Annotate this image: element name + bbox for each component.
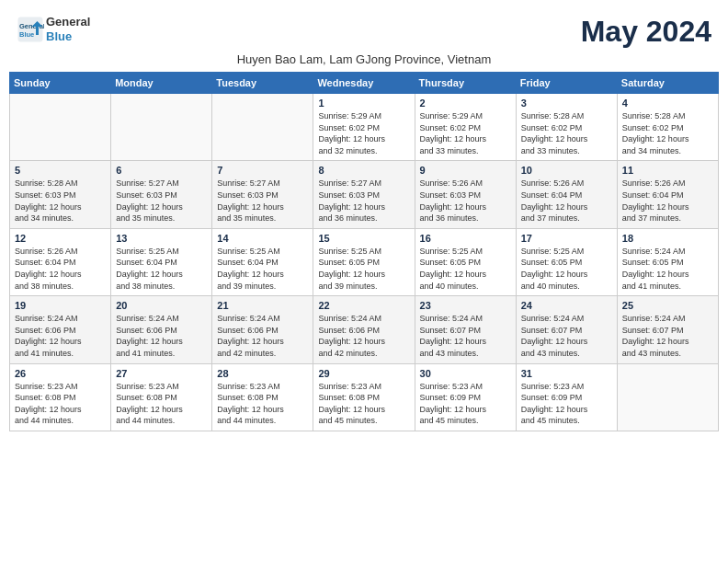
weekday-header-tuesday: Tuesday	[212, 73, 313, 94]
day-info: Sunrise: 5:26 AM Sunset: 6:04 PM Dayligh…	[521, 178, 612, 224]
day-number: 9	[420, 165, 511, 176]
day-number: 13	[116, 233, 207, 244]
day-info: Sunrise: 5:23 AM Sunset: 6:08 PM Dayligh…	[318, 381, 409, 427]
calendar-cell: 2Sunrise: 5:29 AM Sunset: 6:02 PM Daylig…	[415, 94, 516, 161]
page-header: General Blue General Blue May 2024	[9, 9, 719, 49]
logo-icon: General Blue	[17, 16, 44, 43]
day-number: 1	[318, 98, 409, 109]
calendar-cell: 13Sunrise: 5:25 AM Sunset: 6:04 PM Dayli…	[111, 228, 212, 295]
calendar-cell: 3Sunrise: 5:28 AM Sunset: 6:02 PM Daylig…	[516, 94, 617, 161]
title-section: May 2024	[581, 15, 711, 49]
day-info: Sunrise: 5:24 AM Sunset: 6:06 PM Dayligh…	[217, 313, 308, 359]
day-number: 8	[318, 165, 409, 176]
logo: General Blue General Blue	[17, 15, 90, 43]
day-number: 21	[217, 300, 308, 311]
calendar-cell: 5Sunrise: 5:28 AM Sunset: 6:03 PM Daylig…	[10, 161, 111, 228]
day-info: Sunrise: 5:25 AM Sunset: 6:05 PM Dayligh…	[521, 246, 612, 292]
day-number: 26	[15, 368, 106, 379]
calendar-table: SundayMondayTuesdayWednesdayThursdayFrid…	[9, 72, 719, 431]
calendar-cell: 22Sunrise: 5:24 AM Sunset: 6:06 PM Dayli…	[313, 296, 415, 363]
day-info: Sunrise: 5:26 AM Sunset: 6:03 PM Dayligh…	[420, 178, 511, 224]
day-info: Sunrise: 5:28 AM Sunset: 6:02 PM Dayligh…	[622, 110, 713, 156]
day-info: Sunrise: 5:27 AM Sunset: 6:03 PM Dayligh…	[116, 178, 207, 224]
calendar-cell: 24Sunrise: 5:24 AM Sunset: 6:07 PM Dayli…	[516, 296, 617, 363]
logo-line1: General	[46, 15, 90, 29]
calendar-cell: 29Sunrise: 5:23 AM Sunset: 6:08 PM Dayli…	[313, 363, 415, 431]
day-number: 15	[318, 233, 409, 244]
calendar-week-row: 12Sunrise: 5:26 AM Sunset: 6:04 PM Dayli…	[10, 228, 719, 295]
day-number: 4	[622, 98, 713, 109]
calendar-cell: 12Sunrise: 5:26 AM Sunset: 6:04 PM Dayli…	[10, 228, 111, 295]
day-info: Sunrise: 5:23 AM Sunset: 6:08 PM Dayligh…	[116, 381, 207, 427]
day-number: 30	[420, 368, 511, 379]
day-number: 12	[15, 233, 106, 244]
day-number: 28	[217, 368, 308, 379]
calendar-cell: 15Sunrise: 5:25 AM Sunset: 6:05 PM Dayli…	[313, 228, 415, 295]
weekday-header-sunday: Sunday	[10, 73, 111, 94]
weekday-header-row: SundayMondayTuesdayWednesdayThursdayFrid…	[10, 73, 719, 94]
day-number: 22	[318, 300, 409, 311]
calendar-cell	[10, 94, 111, 161]
day-number: 18	[622, 233, 713, 244]
day-number: 16	[420, 233, 511, 244]
day-info: Sunrise: 5:24 AM Sunset: 6:06 PM Dayligh…	[116, 313, 207, 359]
day-info: Sunrise: 5:25 AM Sunset: 6:04 PM Dayligh…	[217, 246, 308, 292]
day-number: 14	[217, 233, 308, 244]
calendar-cell	[617, 363, 718, 431]
day-info: Sunrise: 5:27 AM Sunset: 6:03 PM Dayligh…	[318, 178, 409, 224]
calendar-cell: 4Sunrise: 5:28 AM Sunset: 6:02 PM Daylig…	[617, 94, 718, 161]
calendar-cell: 11Sunrise: 5:26 AM Sunset: 6:04 PM Dayli…	[617, 161, 718, 228]
weekday-header-saturday: Saturday	[617, 73, 718, 94]
day-number: 25	[622, 300, 713, 311]
calendar-week-row: 19Sunrise: 5:24 AM Sunset: 6:06 PM Dayli…	[10, 296, 719, 363]
calendar-cell: 9Sunrise: 5:26 AM Sunset: 6:03 PM Daylig…	[415, 161, 516, 228]
calendar-cell: 30Sunrise: 5:23 AM Sunset: 6:09 PM Dayli…	[415, 363, 516, 431]
calendar-cell: 7Sunrise: 5:27 AM Sunset: 6:03 PM Daylig…	[212, 161, 313, 228]
day-info: Sunrise: 5:24 AM Sunset: 6:07 PM Dayligh…	[521, 313, 612, 359]
weekday-header-friday: Friday	[516, 73, 617, 94]
day-info: Sunrise: 5:25 AM Sunset: 6:05 PM Dayligh…	[318, 246, 409, 292]
calendar-cell: 25Sunrise: 5:24 AM Sunset: 6:07 PM Dayli…	[617, 296, 718, 363]
logo-line2: Blue	[46, 29, 90, 44]
calendar-cell: 20Sunrise: 5:24 AM Sunset: 6:06 PM Dayli…	[111, 296, 212, 363]
day-info: Sunrise: 5:24 AM Sunset: 6:05 PM Dayligh…	[622, 246, 713, 292]
calendar-cell: 21Sunrise: 5:24 AM Sunset: 6:06 PM Dayli…	[212, 296, 313, 363]
day-info: Sunrise: 5:29 AM Sunset: 6:02 PM Dayligh…	[420, 110, 511, 156]
day-info: Sunrise: 5:23 AM Sunset: 6:09 PM Dayligh…	[521, 381, 612, 427]
day-number: 23	[420, 300, 511, 311]
day-number: 20	[116, 300, 207, 311]
calendar-cell: 26Sunrise: 5:23 AM Sunset: 6:08 PM Dayli…	[10, 363, 111, 431]
day-info: Sunrise: 5:28 AM Sunset: 6:03 PM Dayligh…	[15, 178, 106, 224]
calendar-cell: 10Sunrise: 5:26 AM Sunset: 6:04 PM Dayli…	[516, 161, 617, 228]
calendar-cell: 31Sunrise: 5:23 AM Sunset: 6:09 PM Dayli…	[516, 363, 617, 431]
calendar-cell: 1Sunrise: 5:29 AM Sunset: 6:02 PM Daylig…	[313, 94, 415, 161]
calendar-cell: 14Sunrise: 5:25 AM Sunset: 6:04 PM Dayli…	[212, 228, 313, 295]
day-info: Sunrise: 5:25 AM Sunset: 6:04 PM Dayligh…	[116, 246, 207, 292]
day-number: 17	[521, 233, 612, 244]
calendar-cell	[111, 94, 212, 161]
calendar-cell: 16Sunrise: 5:25 AM Sunset: 6:05 PM Dayli…	[415, 228, 516, 295]
day-number: 29	[318, 368, 409, 379]
logo-text: General Blue	[46, 15, 90, 43]
calendar-cell	[212, 94, 313, 161]
day-number: 5	[15, 165, 106, 176]
calendar-cell: 8Sunrise: 5:27 AM Sunset: 6:03 PM Daylig…	[313, 161, 415, 228]
calendar-cell: 6Sunrise: 5:27 AM Sunset: 6:03 PM Daylig…	[111, 161, 212, 228]
svg-text:Blue: Blue	[19, 29, 34, 38]
calendar-cell: 18Sunrise: 5:24 AM Sunset: 6:05 PM Dayli…	[617, 228, 718, 295]
calendar-cell: 27Sunrise: 5:23 AM Sunset: 6:08 PM Dayli…	[111, 363, 212, 431]
day-info: Sunrise: 5:23 AM Sunset: 6:09 PM Dayligh…	[420, 381, 511, 427]
day-info: Sunrise: 5:23 AM Sunset: 6:08 PM Dayligh…	[217, 381, 308, 427]
day-number: 31	[521, 368, 612, 379]
day-info: Sunrise: 5:27 AM Sunset: 6:03 PM Dayligh…	[217, 178, 308, 224]
day-info: Sunrise: 5:29 AM Sunset: 6:02 PM Dayligh…	[318, 110, 409, 156]
calendar-cell: 23Sunrise: 5:24 AM Sunset: 6:07 PM Dayli…	[415, 296, 516, 363]
day-number: 7	[217, 165, 308, 176]
day-number: 10	[521, 165, 612, 176]
weekday-header-wednesday: Wednesday	[313, 73, 415, 94]
day-info: Sunrise: 5:24 AM Sunset: 6:07 PM Dayligh…	[622, 313, 713, 359]
day-info: Sunrise: 5:26 AM Sunset: 6:04 PM Dayligh…	[622, 178, 713, 224]
day-info: Sunrise: 5:26 AM Sunset: 6:04 PM Dayligh…	[15, 246, 106, 292]
calendar-cell: 17Sunrise: 5:25 AM Sunset: 6:05 PM Dayli…	[516, 228, 617, 295]
calendar-week-row: 5Sunrise: 5:28 AM Sunset: 6:03 PM Daylig…	[10, 161, 719, 228]
